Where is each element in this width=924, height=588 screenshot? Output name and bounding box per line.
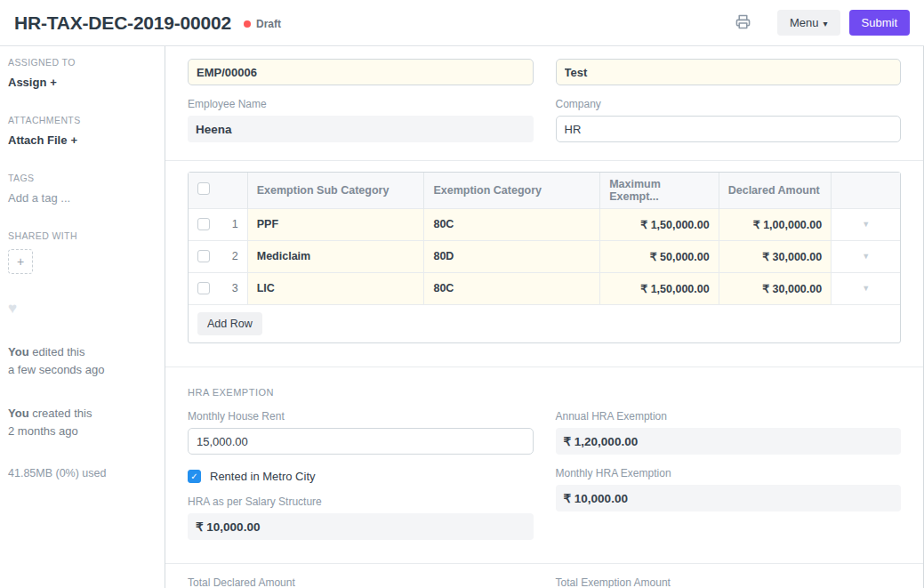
table-row[interactable]: 1PPF80C₹ 1,50,000.00₹ 1,00,000.00▼	[189, 208, 900, 240]
printer-icon	[735, 14, 751, 32]
monthly-house-rent-label: Monthly House Rent	[188, 410, 534, 423]
monthly-hra-exemption-value: ₹ 10,000.00	[556, 485, 902, 511]
assign-label: Assign	[8, 76, 46, 89]
hra-salary-structure-label: HRA as per Salary Structure	[188, 495, 534, 508]
plus-icon: +	[50, 76, 57, 89]
hra-section-title: HRA EXEMPTION	[188, 387, 901, 398]
grid-body: 1PPF80C₹ 1,50,000.00₹ 1,00,000.00▼2Medic…	[189, 208, 900, 304]
row-sub-category[interactable]: PPF	[247, 208, 424, 240]
table-row[interactable]: 3LIC80C₹ 1,50,000.00₹ 30,000.00▼	[189, 272, 900, 304]
table-footer: Add Row	[189, 304, 900, 342]
edited-when: a few seconds ago	[8, 363, 104, 376]
edited-action: edited this	[29, 345, 85, 358]
print-button[interactable]	[732, 11, 754, 36]
page-header: HR-TAX-DEC-2019-00002 Draft Menu▾ Submit	[0, 0, 924, 46]
rented-in-metro-city-checkbox[interactable]: ✓	[188, 470, 201, 483]
total-exemption-label: Total Exemption Amount	[556, 576, 902, 588]
menu-button-label: Menu	[790, 16, 819, 29]
annual-hra-exemption-label: Annual HRA Exemption	[556, 410, 902, 423]
submit-button[interactable]: Submit	[849, 10, 910, 36]
attachments-label: ATTACHMENTS	[8, 115, 154, 125]
payroll-period-field[interactable]	[556, 59, 902, 85]
share-button[interactable]: +	[8, 249, 33, 274]
total-declared-label: Total Declared Amount	[188, 576, 534, 588]
row-category[interactable]: 80D	[424, 240, 600, 272]
row-checkbox[interactable]	[197, 282, 210, 294]
row-max-amount[interactable]: ₹ 1,50,000.00	[600, 272, 719, 304]
row-expand-caret-icon[interactable]: ▼	[840, 220, 891, 229]
table-header-row: Exemption Sub Category Exemption Categor…	[189, 173, 900, 208]
add-tag-input[interactable]: Add a tag ...	[8, 191, 154, 205]
row-category[interactable]: 80C	[424, 272, 600, 304]
status-dot-icon	[244, 20, 251, 28]
created-action: created this	[29, 407, 92, 420]
created-timeline-entry: You created this 2 months ago	[8, 405, 154, 440]
row-expand-caret-icon[interactable]: ▼	[840, 252, 891, 261]
add-row-button[interactable]: Add Row	[197, 312, 262, 335]
chevron-down-icon: ▾	[824, 19, 828, 28]
rented-in-metro-city-label[interactable]: Rented in Metro City	[210, 470, 316, 483]
edited-who: You	[8, 345, 29, 358]
row-sub-category[interactable]: Mediclaim	[247, 240, 424, 272]
row-expand-caret-icon[interactable]: ▼	[840, 284, 891, 293]
assign-button[interactable]: Assign+	[8, 76, 154, 89]
status-badge: Draft	[244, 18, 281, 30]
form-sidebar: ASSIGNED TO Assign+ ATTACHMENTS Attach F…	[0, 46, 165, 588]
created-when: 2 months ago	[8, 424, 78, 438]
employee-name-label: Employee Name	[188, 98, 534, 110]
edited-timeline-entry: You edited this a few seconds ago	[8, 343, 154, 379]
declarations-table: Exemption Sub Category Exemption Categor…	[188, 172, 901, 343]
assigned-to-label: ASSIGNED TO	[8, 57, 154, 68]
col-header-declared-amount: Declared Amount	[719, 173, 831, 208]
row-declared-amount[interactable]: ₹ 1,00,000.00	[719, 208, 831, 240]
company-field[interactable]	[556, 116, 902, 142]
row-max-amount[interactable]: ₹ 50,000.00	[600, 240, 719, 272]
row-category[interactable]: 80C	[424, 208, 600, 240]
storage-usage: 41.85MB (0%) used	[8, 467, 154, 479]
section-divider	[165, 366, 923, 367]
tags-label: TAGS	[8, 173, 154, 183]
plus-icon: +	[70, 133, 77, 147]
row-index: 1	[232, 218, 238, 230]
row-index: 2	[232, 250, 238, 262]
attach-file-label: Attach File	[8, 133, 67, 147]
col-header-category: Exemption Category	[424, 173, 600, 208]
status-label: Draft	[256, 18, 281, 30]
employee-field[interactable]	[188, 59, 534, 85]
row-declared-amount[interactable]: ₹ 30,000.00	[719, 240, 831, 272]
monthly-hra-exemption-label: Monthly HRA Exemption	[556, 467, 902, 479]
section-divider	[165, 160, 923, 161]
created-who: You	[8, 407, 29, 420]
page-title: HR-TAX-DEC-2019-00002	[14, 12, 231, 34]
table-row[interactable]: 2Mediclaim80D₹ 50,000.00₹ 30,000.00▼	[189, 240, 900, 272]
col-header-sub-category: Exemption Sub Category	[247, 173, 424, 208]
row-sub-category[interactable]: LIC	[247, 272, 424, 304]
row-max-amount[interactable]: ₹ 1,50,000.00	[600, 208, 719, 240]
attach-file-button[interactable]: Attach File+	[8, 133, 154, 147]
row-checkbox[interactable]	[197, 218, 210, 230]
employee-name-value: Heena	[188, 116, 534, 142]
row-checkbox[interactable]	[197, 250, 210, 262]
plus-icon: +	[17, 254, 24, 269]
row-declared-amount[interactable]: ₹ 30,000.00	[719, 272, 831, 304]
annual-hra-exemption-value: ₹ 1,20,000.00	[556, 428, 902, 455]
menu-button[interactable]: Menu▾	[777, 10, 840, 36]
hra-salary-structure-value: ₹ 10,000.00	[188, 513, 534, 540]
company-label: Company	[556, 98, 902, 110]
monthly-house-rent-field[interactable]	[188, 428, 534, 455]
select-all-checkbox[interactable]	[197, 182, 210, 195]
row-index: 3	[232, 282, 238, 294]
col-header-max-amount: Maximum Exempt...	[600, 173, 719, 208]
shared-with-label: SHARED WITH	[8, 230, 154, 241]
form-body: Employee Name Heena Company Exemption Su…	[165, 46, 924, 588]
like-heart-icon[interactable]: ♥	[8, 300, 17, 317]
